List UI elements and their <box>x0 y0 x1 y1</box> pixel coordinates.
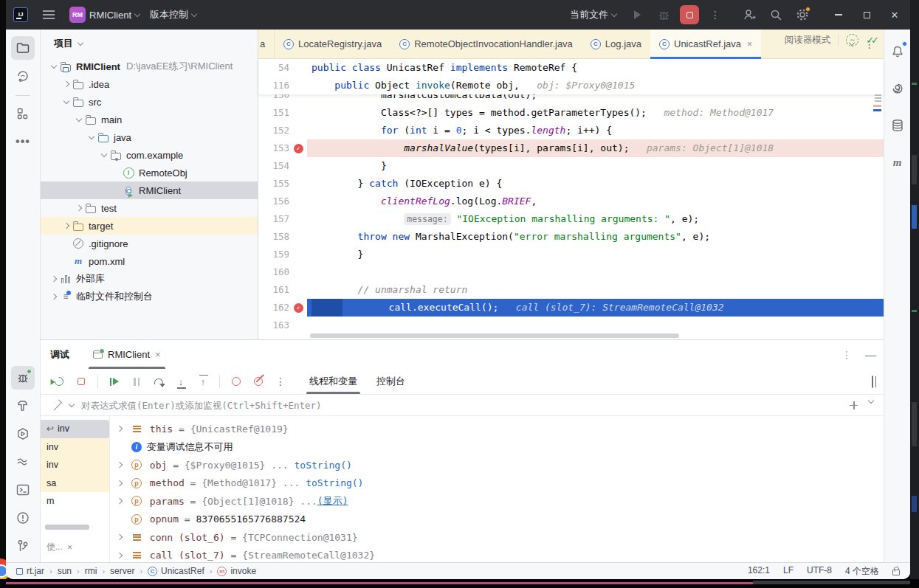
tree-item-RMIClient[interactable]: RMIClientD:\javaEE练习\RMIClient <box>41 58 258 75</box>
run-configuration-selector[interactable]: 当前文件 <box>570 8 616 21</box>
debug-more-kebab-icon[interactable]: ⋮ <box>271 373 290 390</box>
tree-chevron-icon[interactable] <box>48 294 60 299</box>
tree-item-.idea[interactable]: .idea <box>41 75 258 93</box>
tree-chevron-icon[interactable] <box>48 277 60 281</box>
breadcrumb-sun[interactable]: sun <box>58 566 72 576</box>
variable-action-link[interactable]: toString() <box>306 477 363 488</box>
tree-item-RMIClient[interactable]: CRMIClient <box>41 181 258 199</box>
terminal-tool-button[interactable] <box>11 478 35 502</box>
tab-close-icon[interactable]: × <box>747 39 752 49</box>
tree-chevron-icon[interactable] <box>61 224 72 228</box>
debug-button[interactable] <box>653 4 674 25</box>
reader-mode-link[interactable]: 阅读器模式 <box>785 34 831 46</box>
problems-tool-button[interactable] <box>11 506 35 530</box>
frame-row[interactable]: sa <box>41 474 109 493</box>
breakpoint-icon[interactable]: ✓ <box>294 144 303 153</box>
variable-action-link[interactable]: toString() <box>295 460 352 471</box>
expand-chevron-icon[interactable] <box>110 499 129 503</box>
resume-button[interactable] <box>105 373 124 390</box>
editor-tab-RemoteObjectInvocationHandler.java[interactable]: CRemoteObjectInvocationHandler.java <box>390 30 582 58</box>
breadcrumb-rt.jar[interactable]: rt.jar <box>16 566 44 576</box>
stop-button[interactable] <box>680 5 699 24</box>
tree-chevron-icon[interactable] <box>73 119 85 121</box>
rerun-button[interactable] <box>49 373 69 390</box>
editor-line-157[interactable]: 157 message: "IOException marshalling ar… <box>258 210 884 228</box>
history-chevron-icon[interactable] <box>69 401 75 407</box>
breadcrumb-invoke[interactable]: minvoke <box>217 566 256 576</box>
maven-tool-button[interactable]: m <box>886 151 909 174</box>
endpoints-tool-button[interactable] <box>11 450 35 474</box>
main-menu-button[interactable] <box>38 4 59 25</box>
editor-line-116[interactable]: 116 public Object invoke(Remote obj, obj… <box>258 77 884 94</box>
session-tab-close-icon[interactable]: × <box>155 349 161 360</box>
step-over-button[interactable] <box>149 373 168 390</box>
editor-line-161[interactable]: 161 // unmarshal return <box>258 281 884 299</box>
vcs-tool-button[interactable] <box>11 534 35 558</box>
status-widget-UTF-8[interactable]: UTF-8 <box>807 565 832 578</box>
project-widget[interactable]: RM RMIClient <box>69 7 140 23</box>
commit-tool-button[interactable]: ? <box>11 64 35 88</box>
tree-item-java[interactable]: java <box>41 128 258 146</box>
tree-item-pom.xml[interactable]: mpom.xml <box>41 252 258 270</box>
tree-item-com.example[interactable]: com.example <box>41 146 258 164</box>
tree-chevron-icon[interactable] <box>61 82 72 86</box>
tree-item-外部库[interactable]: 外部库 <box>41 270 258 288</box>
editor-line-155[interactable]: 155 } catch (IOException e) { <box>258 175 884 193</box>
minimize-button[interactable] <box>827 4 850 25</box>
frame-row[interactable]: m <box>41 492 109 511</box>
frames-footer-close-icon[interactable]: × <box>67 542 72 553</box>
debug-options-kebab-icon[interactable]: ⋮ <box>841 350 852 360</box>
expand-chevron-icon[interactable] <box>110 426 129 431</box>
intellij-logo-icon[interactable]: IJ <box>13 7 28 22</box>
expand-chevron-icon[interactable] <box>110 553 129 558</box>
frame-row[interactable]: ↩inv <box>41 420 109 438</box>
expand-chevron-icon[interactable] <box>110 481 129 485</box>
tree-chevron-icon[interactable] <box>61 101 72 103</box>
variables-info-row[interactable]: i 变量调试信息不可用 <box>110 438 884 457</box>
tree-item-test[interactable]: test <box>41 199 258 217</box>
evaluate-input[interactable] <box>81 400 841 411</box>
hide-panel-icon[interactable]: — <box>865 348 876 361</box>
vcs-widget[interactable]: 版本控制 <box>150 8 196 21</box>
editor-line-153[interactable]: 153✓ marshalValue(types[i], params[i], o… <box>258 139 884 157</box>
build-tool-button[interactable] <box>11 394 35 418</box>
tree-item-RemoteObj[interactable]: IRemoteObj <box>41 164 258 181</box>
maximize-button[interactable] <box>856 4 878 25</box>
editor-line-150[interactable]: 150 marshalCustomCallData(out); <box>258 94 884 104</box>
variable-row-conn (slot_6)[interactable]: conn (slot_6) = {TCPConnection@1031} <box>110 528 884 547</box>
editor-line-154[interactable]: 154 } <box>258 157 884 175</box>
ai-suggestion-icon[interactable]: ∼ <box>846 34 858 46</box>
close-button[interactable]: ✕ <box>884 4 906 25</box>
tree-chevron-icon[interactable] <box>48 66 60 68</box>
variable-row-opnum[interactable]: p opnum = 8370655165776887524 <box>110 511 884 529</box>
status-widget-4 个空格[interactable]: 4 个空格 <box>845 565 879 578</box>
editor-tab-LocateRegistry.java[interactable]: CLocateRegistry.java <box>275 30 390 58</box>
tree-item-src[interactable]: src <box>41 93 258 111</box>
project-tool-button[interactable] <box>11 36 35 60</box>
editor-line-156[interactable]: 156 clientRefLog.log(Log.BRIEF, <box>258 193 884 210</box>
view-breakpoints-button[interactable] <box>227 373 246 390</box>
variable-row-this[interactable]: this = {UnicastRef@1019} <box>110 420 884 438</box>
database-button[interactable] <box>886 114 909 137</box>
pause-button[interactable] <box>127 373 146 390</box>
status-widget-162:1[interactable]: 162:1 <box>748 565 770 578</box>
breadcrumb-UnicastRef[interactable]: CUnicastRef <box>148 566 204 576</box>
editor-line-158[interactable]: 158 throw new MarshalException("error ma… <box>258 228 884 246</box>
settings-button[interactable] <box>792 4 813 25</box>
expand-chevron-icon[interactable] <box>110 535 129 539</box>
more-actions-button[interactable]: ⋮ <box>705 4 726 25</box>
tree-chevron-icon[interactable] <box>73 206 85 210</box>
debug-tab-线程和变量[interactable]: 线程和变量 <box>309 369 357 394</box>
debug-session-tab[interactable]: RMIClient × <box>89 340 165 369</box>
stop-session-button[interactable] <box>72 373 91 390</box>
tree-chevron-icon[interactable] <box>86 136 97 139</box>
ai-assistant-button[interactable] <box>886 77 909 100</box>
services-tool-button[interactable] <box>11 422 35 446</box>
layout-settings-button[interactable] <box>872 376 884 387</box>
variable-row-call (slot_7)[interactable]: call (slot_7) = {StreamRemoteCall@1032} <box>110 547 884 563</box>
tree-chevron-icon[interactable] <box>98 154 110 156</box>
search-everywhere-button[interactable] <box>765 4 786 25</box>
editor-tab-Log.java[interactable]: CLog.java <box>582 30 650 58</box>
variable-row-obj[interactable]: p obj = {$Proxy0@1015} ... toString() <box>110 456 884 474</box>
partial-tab[interactable]: a <box>258 30 275 58</box>
